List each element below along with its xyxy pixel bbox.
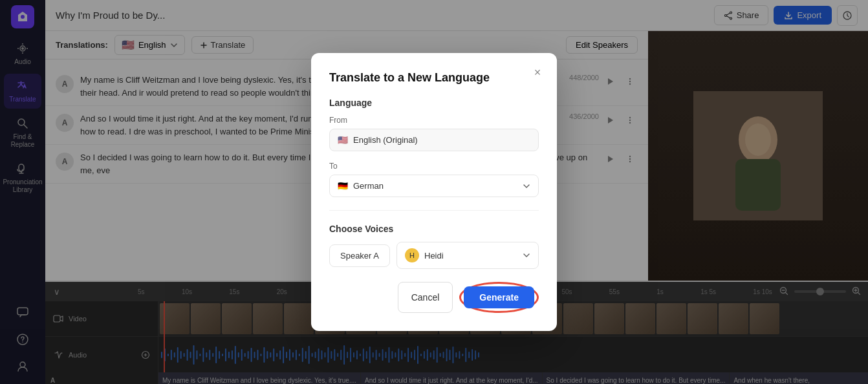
voice-avatar-initial: H: [409, 251, 415, 259]
language-section-title: Language: [329, 98, 539, 108]
to-flag: 🇩🇪: [338, 181, 348, 191]
modal-overlay[interactable]: Translate to a New Language × Language F…: [0, 0, 868, 384]
from-language-input: 🇺🇸 English (Original): [329, 129, 539, 151]
voice-row: Speaker A H Heidi: [329, 242, 539, 269]
language-section: Language From 🇺🇸 English (Original): [329, 98, 539, 151]
translate-modal: Translate to a New Language × Language F…: [311, 53, 557, 331]
voice-avatar: H: [405, 248, 419, 262]
voices-section-title: Choose Voices: [329, 224, 539, 234]
voice-name: Heidi: [424, 251, 444, 261]
voice-selector[interactable]: H Heidi: [396, 242, 539, 269]
to-label: To: [329, 162, 539, 171]
from-flag: 🇺🇸: [338, 135, 348, 145]
from-language-value: English (Original): [353, 135, 418, 145]
modal-close-button[interactable]: ×: [528, 63, 547, 81]
speaker-label: Speaker A: [329, 244, 390, 267]
chevron-down-icon: [523, 182, 530, 190]
from-label: From: [329, 116, 539, 125]
cancel-button[interactable]: Cancel: [398, 282, 453, 313]
divider: [329, 210, 539, 211]
to-language-group: To 🇩🇪 German: [329, 162, 539, 197]
generate-ring: Generate: [459, 282, 539, 313]
modal-footer: Cancel Generate: [329, 282, 539, 313]
modal-title: Translate to a New Language: [329, 71, 539, 85]
to-language-select[interactable]: 🇩🇪 German: [329, 175, 539, 197]
to-language-value: German: [353, 181, 384, 191]
generate-button[interactable]: Generate: [464, 286, 534, 308]
voices-section: Choose Voices Speaker A H Heidi: [329, 224, 539, 269]
chevron-down-icon: [523, 251, 530, 259]
